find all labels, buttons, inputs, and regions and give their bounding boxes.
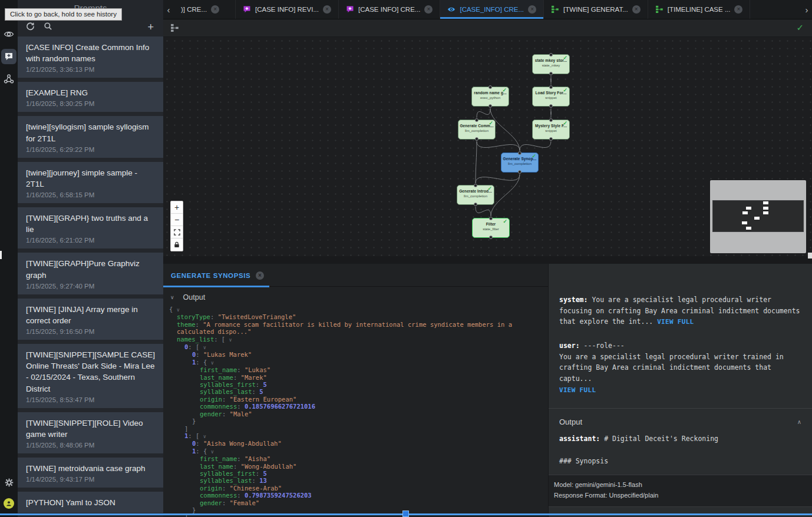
node-success-icon: ✓	[563, 120, 567, 126]
prompt-list-item[interactable]: [TWINE][GRAPH]Pure Graphviz graph1/15/20…	[18, 253, 163, 294]
output-section-header[interactable]: ∨ Output	[163, 287, 548, 304]
user-message-text: You are a specialist legal procedural wr…	[559, 353, 784, 383]
chat-tab-icon	[346, 5, 354, 14]
prompt-list-item[interactable]: [TWINE][SNIPPET][ROLE] Video game writer…	[18, 412, 163, 453]
json-line: first_name: "Lukas"	[163, 366, 548, 373]
prompt-list-item[interactable]: [EXAMPLE] RNG1/16/2025, 8:30:25 PM	[18, 82, 163, 112]
tab-2[interactable]: [CASE INFO] CRE...×	[339, 0, 440, 19]
lock-button[interactable]	[171, 238, 183, 251]
panel-divider[interactable]	[163, 256, 812, 264]
view-full-link[interactable]: VIEW FULL	[657, 318, 694, 326]
json-line: 1: [ ∨	[163, 432, 548, 440]
json-line: 0: [ ∨	[163, 343, 548, 351]
user-role-label: user:	[559, 342, 580, 350]
prompt-list-item[interactable]: [twine][journey] simple sample - 2T1L1/1…	[18, 162, 163, 203]
graph-node[interactable]: state mkey stor...state_mkey✓	[532, 54, 570, 74]
prompt-title: [PYTHON] Yaml to JSON	[26, 497, 156, 508]
graph-node[interactable]: Generate Comm...llm_completion✓	[458, 120, 496, 140]
json-line: syllables_first: 5	[163, 381, 548, 388]
graph-node[interactable]: Mystery Style F...snippet✓	[532, 120, 570, 140]
node-subtitle: state_filter	[473, 227, 509, 231]
eye-tab-icon	[447, 5, 455, 14]
minimap-node	[746, 207, 751, 210]
canvas-toolbar: ✓	[163, 19, 812, 37]
prompt-timestamp: 1/16/2025, 6:29:22 PM	[26, 146, 156, 153]
json-line: names_list: [ ∨	[163, 336, 548, 343]
view-full-link[interactable]: VIEW FULL	[559, 386, 596, 394]
graph-tab-icon	[655, 5, 664, 14]
tab-label: [TIMELINE] CASE ...	[668, 6, 731, 13]
json-line: }	[163, 417, 548, 425]
chevron-up-icon[interactable]: ∧	[797, 419, 801, 425]
tabs-scroll-left-icon[interactable]: ‹	[163, 0, 174, 19]
graph-layout-icon[interactable]	[170, 24, 179, 35]
graph-node[interactable]: Load Story For...snippet✓	[532, 87, 570, 107]
node-success-icon: ✓	[502, 87, 507, 93]
tab-generate-synopsis[interactable]: GENERATE SYNOPSIS ×	[163, 264, 269, 287]
tab-close-icon[interactable]: ×	[424, 5, 433, 14]
prompt-list-item[interactable]: [CASE INFO] Create Common Info with rand…	[18, 37, 163, 78]
graph-node[interactable]: random name g...exec_python✓	[471, 87, 509, 107]
user-role-line: ---role---	[580, 342, 625, 350]
prompt-list-item[interactable]: [TWINE] metroidvania case graph1/14/2025…	[18, 458, 163, 488]
minimap-node	[746, 227, 751, 230]
tab-close-icon[interactable]: ×	[734, 5, 742, 14]
json-output-viewer[interactable]: { ∨storyType: "TwistedLoveTriangle"theme…	[163, 304, 548, 517]
json-line: theme: "A romance scam facilitator is ki…	[163, 321, 548, 336]
graph-node[interactable]: Filterstate_filter✓	[472, 218, 510, 238]
fit-view-button[interactable]	[171, 226, 183, 238]
tab-close-icon[interactable]: ×	[256, 271, 264, 280]
left-icon-rail	[0, 0, 18, 517]
tab-1[interactable]: [CASE INFO] REVI...×	[236, 0, 339, 19]
tabs-scroll-right-icon[interactable]: ›	[801, 0, 812, 19]
node-success-icon: ✓	[563, 55, 567, 61]
prompt-list-item[interactable]: [TWINE] [JINJA] Array merge in correct o…	[18, 299, 163, 340]
zoom-controls: + −	[170, 201, 183, 251]
minimap[interactable]	[710, 180, 806, 253]
json-line: commonness: 0.7987359247526203	[163, 492, 548, 499]
refresh-icon[interactable]	[26, 22, 35, 33]
tab-close-icon[interactable]: ×	[528, 5, 536, 14]
zoom-in-button[interactable]: +	[171, 201, 183, 214]
right-output-header[interactable]: Output ∧	[549, 409, 812, 433]
node-subtitle: snippet	[533, 129, 569, 132]
workflows-webhook-icon[interactable]	[0, 71, 18, 87]
tab-label: [CASE_INFO] CRE...	[460, 6, 524, 13]
prompt-list-item[interactable]: [TWINE][SNIPPET][SAMPLE CASE] Online Thr…	[18, 344, 163, 408]
minimap-node	[763, 207, 768, 210]
prompt-list-item[interactable]: [TWINE][GRAPH} two truths and a lie1/16/…	[18, 207, 163, 248]
bottom-resize-knob[interactable]	[402, 511, 409, 517]
add-prompt-button[interactable]: +	[147, 22, 154, 32]
node-output-tabrow: GENERATE SYNOPSIS ×	[163, 264, 548, 287]
prompt-title: [TWINE][SNIPPET][SAMPLE CASE] Online Thr…	[26, 349, 156, 395]
prompt-list-item[interactable]: [PYTHON] Yaml to JSON	[18, 492, 163, 513]
graph-canvas[interactable]: state mkey stor...state_mkey✓random name…	[163, 19, 812, 256]
visibility-icon[interactable]	[0, 26, 18, 42]
right-resize-handle[interactable]	[808, 253, 812, 258]
prompt-timestamp: 1/21/2025, 3:36:13 PM	[26, 66, 156, 73]
settings-gear-icon[interactable]	[0, 474, 18, 491]
prompts-toolbar: +	[18, 20, 163, 35]
prompts-chat-icon[interactable]	[1, 49, 16, 64]
node-subtitle: exec_python	[472, 96, 509, 100]
search-icon[interactable]	[44, 22, 52, 33]
right-output-label: Output	[559, 417, 582, 426]
node-subtitle: llm_completion	[457, 194, 494, 198]
tab-close-icon[interactable]: ×	[211, 5, 219, 14]
tab-close-icon[interactable]: ×	[323, 5, 331, 14]
graph-node[interactable]: Generate Introd...llm_completion✓	[457, 185, 494, 205]
tab-3[interactable]: [CASE_INFO] CRE...×	[440, 0, 544, 19]
tab-0[interactable]: )] CRE...×	[174, 0, 236, 19]
graph-node[interactable]: Generate Synop...llm_completion✓	[501, 153, 539, 173]
tab-5[interactable]: [TIMELINE] CASE ...×	[648, 0, 751, 19]
account-person-icon[interactable]	[0, 495, 18, 512]
tab-label: )] CRE...	[181, 6, 207, 13]
prompt-timestamp: 1/14/2025, 9:43:17 PM	[26, 476, 156, 483]
tab-close-icon[interactable]: ×	[632, 5, 641, 14]
tab-4[interactable]: [TWINE] GENERAT...×	[544, 0, 648, 19]
left-resize-handle[interactable]	[0, 251, 2, 259]
zoom-out-button[interactable]: −	[171, 214, 183, 226]
response-format-line: Response Format: Unspecified/plain	[554, 490, 812, 501]
prompt-title: [EXAMPLE] RNG	[26, 87, 156, 98]
prompt-list-item[interactable]: [twine][syllogism] sample syllogism for …	[18, 116, 163, 157]
